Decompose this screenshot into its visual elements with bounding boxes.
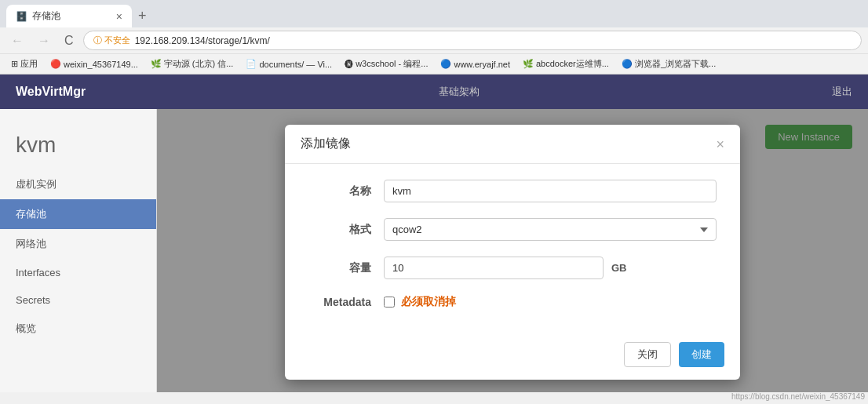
app-header: WebVirtMgr 基础架构 退出	[0, 75, 868, 109]
name-label: 名称	[308, 184, 371, 198]
capacity-row: 容量 GB	[308, 257, 717, 279]
sidebar-item-network[interactable]: 网络池	[0, 229, 156, 259]
metadata-checkbox[interactable]	[384, 297, 395, 308]
sidebar: kvm 虚机实例 存储池 网络池 Interfaces Secrets 概览	[0, 109, 157, 392]
sidebar-item-storage[interactable]: 存储池	[0, 199, 156, 229]
page-title: kvm	[0, 117, 156, 169]
app-logo: WebVirtMgr	[16, 85, 86, 99]
browser-tab[interactable]: 🗄️ 存储池 ×	[6, 5, 132, 27]
tab-title: 存储池	[32, 9, 111, 23]
sidebar-item-vm[interactable]: 虚机实例	[0, 169, 156, 199]
sidebar-item-secrets[interactable]: Secrets	[0, 286, 156, 314]
bookmark-label-abcdocker: abcdocker运维博...	[536, 58, 609, 70]
bookmark-browser[interactable]: 🔵 浏览器_浏览器下载...	[617, 56, 720, 71]
modal-body: 名称 格式 qcow2 raw vmdk	[285, 164, 740, 333]
bookmark-w3cschool[interactable]: 🅦 w3cschool - 编程...	[340, 56, 432, 71]
address-bar[interactable]: ⓘ 不安全 192.168.209.134/storage/1/kvm/	[83, 31, 862, 50]
capacity-input-group: GB	[384, 257, 627, 279]
sidebar-item-interfaces[interactable]: Interfaces	[0, 259, 156, 286]
bookmark-label-w3c: w3cschool - 编程...	[356, 58, 428, 70]
browser-chrome: 🗄️ 存储池 × + ← → C ⓘ 不安全 192.168.209.134/s…	[0, 0, 868, 75]
bookmark-documents[interactable]: 📄 documents/ — Vi...	[241, 57, 337, 71]
bookmark-icon-abcdocker: 🌿	[523, 59, 534, 69]
modal-overlay: 添加镜像 × 名称 格式 qcow2	[157, 109, 868, 392]
modal-header: 添加镜像 ×	[285, 125, 740, 164]
metadata-input-group: 必须取消掉	[384, 295, 456, 309]
nav-item-infrastructure[interactable]: 基础架构	[432, 74, 486, 110]
new-tab-button[interactable]: +	[132, 5, 153, 27]
metadata-label: Metadata	[308, 296, 371, 308]
apps-grid-icon: ⊞	[11, 59, 18, 69]
app-container: WebVirtMgr 基础架构 退出 kvm 虚机实例 存储池 网络池 Inte…	[0, 75, 868, 392]
tab-close-button[interactable]: ×	[116, 10, 122, 23]
bookmark-weixin[interactable]: 🔴 weixin_45367149...	[46, 57, 143, 71]
format-label: 格式	[308, 223, 371, 237]
close-modal-button[interactable]: 关闭	[624, 342, 671, 367]
metadata-text: 必须取消掉	[401, 295, 456, 309]
url-text: 192.168.209.134/storage/1/kvm/	[135, 35, 270, 46]
apps-label: 应用	[20, 58, 38, 70]
bookmark-label-yudong: 宇动源 (北京) 信...	[164, 58, 234, 70]
forward-button[interactable]: →	[33, 32, 55, 49]
add-image-modal: 添加镜像 × 名称 格式 qcow2	[285, 125, 740, 380]
main-content: New Instance 添加镜像 × 名称	[157, 109, 868, 392]
bookmark-icon-w3c: 🅦	[345, 60, 353, 69]
bookmark-icon-yudong: 🌿	[151, 59, 162, 69]
back-button[interactable]: ←	[6, 32, 28, 49]
tab-favicon: 🗄️	[16, 11, 27, 22]
format-row: 格式 qcow2 raw vmdk	[308, 218, 717, 241]
logout-button[interactable]: 退出	[832, 85, 852, 99]
metadata-row: Metadata 必须取消掉	[308, 295, 717, 309]
bookmark-yudong[interactable]: 🌿 宇动源 (北京) 信...	[146, 56, 239, 71]
format-select[interactable]: qcow2 raw vmdk	[384, 218, 717, 241]
modal-close-button[interactable]: ×	[716, 137, 724, 151]
app-body: kvm 虚机实例 存储池 网络池 Interfaces Secrets 概览 N…	[0, 109, 868, 392]
capacity-unit: GB	[611, 262, 627, 274]
modal-footer: 关闭 创建	[285, 333, 740, 380]
bookmark-icon-weixin: 🔴	[50, 59, 61, 69]
bookmark-label-browser: 浏览器_浏览器下载...	[635, 58, 716, 70]
bookmark-label-eryajf: www.eryajf.net	[454, 60, 510, 69]
app-nav: 基础架构	[432, 74, 486, 110]
capacity-label: 容量	[308, 261, 371, 275]
security-icon: ⓘ 不安全	[93, 35, 130, 46]
bookmark-icon-docs: 📄	[246, 59, 257, 69]
modal-title: 添加镜像	[301, 136, 351, 152]
bookmark-label-docs: documents/ — Vi...	[259, 60, 332, 69]
bookmarks-bar: ⊞ 应用 🔴 weixin_45367149... 🌿 宇动源 (北京) 信..…	[0, 53, 868, 74]
capacity-input[interactable]	[384, 257, 604, 279]
bookmark-icon-eryajf: 🔵	[440, 59, 451, 69]
bookmark-eryajf[interactable]: 🔵 www.eryajf.net	[436, 57, 515, 71]
name-row: 名称	[308, 180, 717, 202]
refresh-button[interactable]: C	[60, 32, 78, 49]
bookmark-label-weixin: weixin_45367149...	[64, 60, 138, 69]
browser-titlebar: 🗄️ 存储池 × +	[0, 0, 868, 27]
browser-toolbar: ← → C ⓘ 不安全 192.168.209.134/storage/1/kv…	[0, 27, 868, 53]
name-input[interactable]	[384, 180, 717, 202]
sidebar-item-overview[interactable]: 概览	[0, 314, 156, 344]
bookmark-abcdocker[interactable]: 🌿 abcdocker运维博...	[518, 56, 614, 71]
bookmark-icon-browser: 🔵	[622, 59, 633, 69]
create-button[interactable]: 创建	[679, 342, 724, 367]
bookmark-apps[interactable]: ⊞ 应用	[6, 56, 42, 71]
